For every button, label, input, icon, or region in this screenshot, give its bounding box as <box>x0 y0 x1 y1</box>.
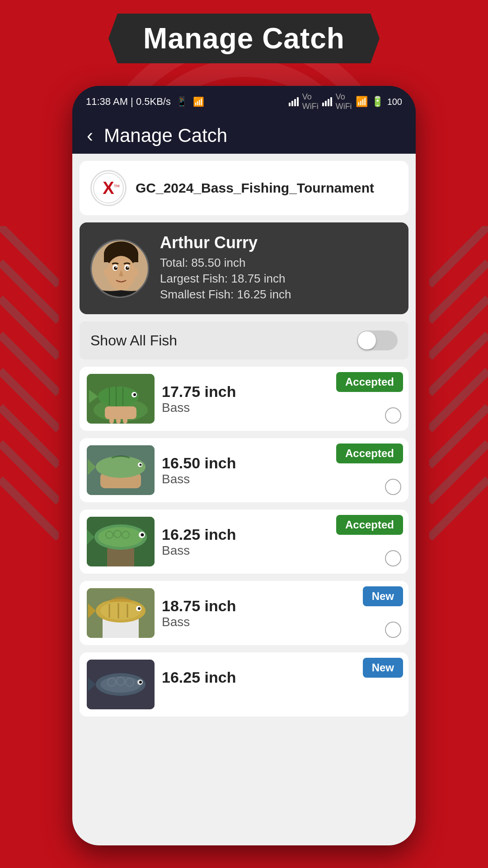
tournament-name: GC_2024_Bass_Fishing_Tournament <box>136 180 374 196</box>
status-badge-2: Accepted <box>336 443 403 463</box>
angler-info: Arthur Curry Total: 85.50 inch Largest F… <box>160 233 291 303</box>
fish-image-1 <box>87 374 155 424</box>
status-bar: 11:38 AM | 0.5KB/s 📱 📶 VoWiFi VoWiFi <box>72 86 416 118</box>
tournament-card: X ᵀᴹ GC_2024_Bass_Fishing_Tournament <box>80 161 408 215</box>
angler-smallest: Smallest Fish: 16.25 inch <box>160 288 291 302</box>
fish-photo-3-icon <box>87 517 155 566</box>
signal-bars-2 <box>322 97 332 106</box>
svg-point-72 <box>139 681 142 684</box>
fish-photo-1-icon <box>87 374 155 424</box>
signal-bars-1 <box>289 97 299 106</box>
select-radio-1[interactable] <box>385 407 401 424</box>
select-radio-4[interactable] <box>385 622 401 638</box>
banner-title: Manage Catch <box>143 22 345 55</box>
angler-name: Arthur Curry <box>160 233 291 252</box>
status-right: VoWiFi VoWiFi 📶 🔋 100 <box>289 92 402 111</box>
svg-point-49 <box>140 464 142 466</box>
fish-type-4: Bass <box>162 615 401 629</box>
catch-card-3: 16.25 inch Bass Accepted <box>80 509 408 574</box>
toggle-knob <box>358 331 376 349</box>
wifi-icon: 📶 <box>356 96 368 108</box>
fish-image-3 <box>87 517 155 566</box>
select-radio-2[interactable] <box>385 479 401 495</box>
svg-text:ᵀᴹ: ᵀᴹ <box>113 184 120 191</box>
angler-avatar <box>90 239 149 298</box>
status-badge-3: Accepted <box>336 515 403 535</box>
fish-image-4 <box>87 588 155 638</box>
time-display: 11:38 AM | 0.5KB/s <box>86 96 171 108</box>
nav-bar: ‹ Manage Catch <box>72 118 416 154</box>
vo-wifi-label-2: VoWiFi <box>336 92 352 111</box>
select-radio-3[interactable] <box>385 550 401 566</box>
page-title: Manage Catch <box>104 125 227 146</box>
battery-icon: 🔋 <box>371 96 384 108</box>
catch-card-1: 17.75 inch Bass Accepted <box>80 367 408 431</box>
svg-text:X: X <box>103 179 114 198</box>
banner: Manage Catch <box>108 14 380 63</box>
status-badge-5: New <box>363 658 403 678</box>
svg-point-58 <box>141 533 144 537</box>
svg-rect-51 <box>107 548 134 566</box>
show-all-fish-toggle[interactable] <box>357 330 398 350</box>
battery-level: 100 <box>387 97 402 107</box>
svg-point-64 <box>138 607 141 610</box>
tournament-logo: X ᵀᴹ <box>90 170 127 206</box>
status-left: 11:38 AM | 0.5KB/s 📱 📶 <box>86 96 204 108</box>
fish-photo-4-icon <box>87 588 155 638</box>
status-badge-1: Accepted <box>336 372 403 392</box>
fish-photo-5-icon <box>87 660 155 709</box>
fish-image-5 <box>87 660 155 709</box>
fish-image-2 <box>87 445 155 495</box>
svg-point-34 <box>133 268 138 276</box>
fish-photo-2-icon <box>87 445 155 495</box>
svg-point-40 <box>133 393 136 396</box>
vo-wifi-label-1: VoWiFi <box>302 92 319 111</box>
angler-largest: Largest Fish: 18.75 inch <box>160 272 291 286</box>
catch-card-4: 18.75 inch Bass New <box>80 581 408 645</box>
show-all-fish-row: Show All Fish <box>80 321 408 359</box>
phone-frame: 11:38 AM | 0.5KB/s 📱 📶 VoWiFi VoWiFi <box>72 86 416 845</box>
svg-rect-43 <box>116 418 121 424</box>
whatsapp-icon: 📱 <box>176 96 188 107</box>
status-badge-4: New <box>363 586 403 606</box>
svg-point-62 <box>100 602 141 620</box>
fish-type-5: Bass <box>162 686 401 701</box>
svg-point-47 <box>96 456 145 478</box>
fish-type-3: Bass <box>162 543 401 558</box>
signal-icon: 📶 <box>193 96 204 107</box>
svg-point-32 <box>127 266 129 268</box>
svg-rect-44 <box>123 417 127 424</box>
svg-rect-42 <box>109 417 114 424</box>
x-logo-icon: X ᵀᴹ <box>93 172 124 204</box>
fish-type-2: Bass <box>162 472 401 486</box>
left-stripes <box>0 226 59 542</box>
show-all-fish-label: Show All Fish <box>90 332 177 349</box>
svg-point-31 <box>116 266 117 268</box>
right-stripes <box>429 226 488 542</box>
fish-type-1: Bass <box>162 401 401 415</box>
back-button[interactable]: ‹ <box>83 121 97 150</box>
angler-face-icon <box>92 241 149 298</box>
svg-point-33 <box>104 268 109 276</box>
angler-total: Total: 85.50 inch <box>160 256 291 270</box>
angler-card: Arthur Curry Total: 85.50 inch Largest F… <box>80 222 408 314</box>
svg-point-67 <box>100 676 141 693</box>
svg-rect-41 <box>105 406 136 419</box>
catch-card-2: 16.50 inch Bass Accepted <box>80 438 408 502</box>
catch-card-5: 16.25 inch Bass New <box>80 652 408 717</box>
svg-point-53 <box>98 527 143 547</box>
content-area: X ᵀᴹ GC_2024_Bass_Fishing_Tournament <box>72 154 416 845</box>
